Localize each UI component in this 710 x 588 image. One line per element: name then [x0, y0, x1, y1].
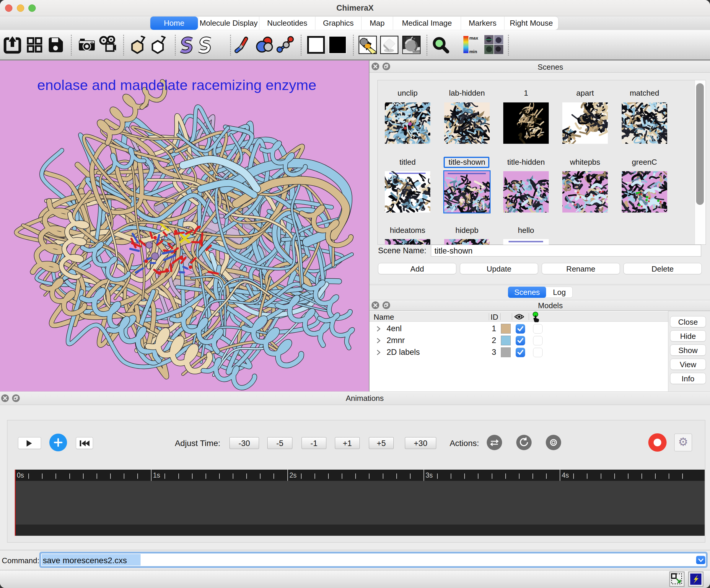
svg-text:min: min — [469, 49, 477, 54]
svg-text:enolase and mandelate racemizi: enolase and mandelate racemizing enzyme — [37, 77, 316, 93]
svg-text:max: max — [469, 35, 478, 41]
